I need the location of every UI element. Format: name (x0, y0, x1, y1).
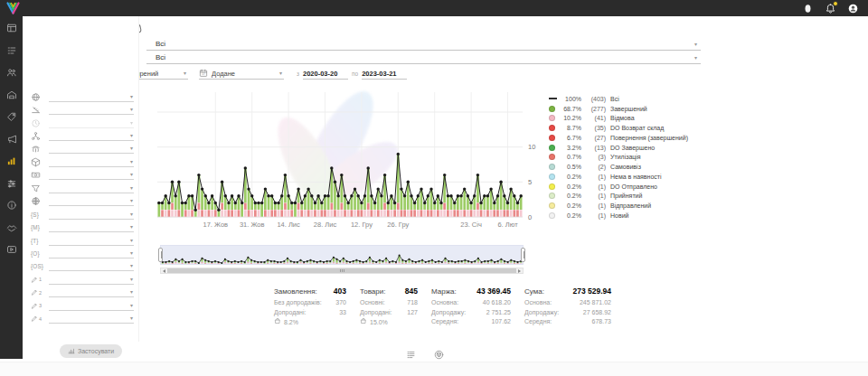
stat-column: Товари:845Основні:718Допродані:12715.0% (360, 287, 418, 328)
custom-o-icon: {O} (31, 249, 42, 258)
filter-row-custom-m: {M} (23, 221, 138, 233)
legend-item[interactable]: 0.7%(3)Утилізація (549, 153, 710, 163)
legend-count: (27) (581, 135, 606, 141)
view-toggle (406, 347, 444, 357)
filter-row-custom-field-4: 4 (23, 312, 138, 324)
notifications-icon[interactable] (825, 3, 836, 14)
funnel-select[interactable] (49, 183, 134, 193)
status-group-value: Всі (156, 40, 165, 48)
topbar-actions (802, 3, 868, 14)
date-from-input[interactable]: 2020-03-20 (303, 68, 348, 80)
status-group-select[interactable] (146, 39, 701, 51)
product-select[interactable] (49, 157, 134, 167)
brush-handle-left[interactable] (158, 248, 163, 262)
scroll-left-icon[interactable] (162, 268, 168, 273)
sidebar-item-dashboard[interactable] (6, 23, 17, 33)
custom-s-select[interactable] (49, 210, 134, 220)
chart-scrollbar[interactable] (160, 268, 524, 274)
legend-item[interactable]: 68.7%(277)Завершений (549, 104, 710, 114)
upsell-rate: 8.2% (274, 317, 346, 328)
chevron-down-icon (130, 132, 133, 139)
brush-handle-right[interactable] (521, 248, 525, 262)
legend-label: Повернення (завершений) (610, 135, 688, 141)
sidebar-item-warehouse[interactable] (6, 89, 17, 100)
legend-label: Всі (610, 96, 619, 102)
custom-field-1-select[interactable] (49, 275, 134, 285)
structure-select[interactable] (49, 131, 134, 141)
apply-button[interactable]: Застосувати (60, 344, 122, 358)
legend-item[interactable]: 0.2%(1)DO Отправлено (549, 182, 710, 192)
date-field-dropdown[interactable]: 17 Додане (199, 68, 284, 80)
legend-label: DO Возврат склад (610, 125, 664, 131)
date-to-input[interactable]: 2023-03-21 (362, 68, 407, 80)
orders-by-status-chart: 17. Жов31. Жов14. Лис28. Лис12. Гру26. Г… (157, 90, 548, 235)
sidebar-item-price-tags[interactable] (6, 111, 17, 122)
legend-item[interactable]: 6.7%(27)Повернення (завершений) (549, 133, 710, 143)
product-filter: Всі (101, 52, 701, 64)
chevron-down-icon (130, 171, 133, 178)
dot-swatch (549, 115, 555, 121)
legend-item[interactable]: 3.2%(13)DO Завершено (549, 143, 710, 153)
source-level-select[interactable] (49, 105, 134, 115)
stat-value: 403 (334, 287, 346, 296)
chart-mini-icon (68, 347, 75, 355)
app-logo-icon[interactable] (6, 2, 20, 14)
report-view-icon[interactable] (406, 347, 416, 357)
chevron-down-icon (130, 145, 133, 152)
sidebar-item-analytics[interactable] (6, 155, 17, 166)
svg-text:23. Січ: 23. Січ (460, 221, 482, 229)
stat-value: 273 529.94 (572, 287, 611, 296)
legend-count: (1) (581, 183, 606, 190)
scroll-right-icon[interactable] (515, 268, 522, 273)
legend-percent: 3.2% (559, 145, 581, 151)
filter-row-time (23, 117, 138, 129)
country-select[interactable] (49, 92, 134, 102)
dot-swatch (549, 125, 555, 131)
sidebar-item-clients[interactable] (6, 67, 17, 78)
chart-range-brush[interactable] (160, 245, 524, 265)
account-avatar-icon[interactable] (847, 3, 859, 14)
sidebar-item-marketing[interactable] (6, 134, 17, 145)
legend-item[interactable]: 100%(403)Всі (549, 94, 710, 104)
identity-select[interactable] (49, 144, 134, 154)
products-view-icon[interactable] (434, 347, 444, 357)
legend-item[interactable]: 0.2%(1)Новий (549, 211, 710, 221)
date-field-value: Додане (212, 70, 235, 78)
sidebar-item-orders[interactable] (6, 45, 17, 56)
custom-field-4-select[interactable] (49, 314, 134, 324)
product-select[interactable] (146, 52, 701, 64)
time-select[interactable] (49, 118, 134, 128)
calendar-icon: 17 (199, 69, 208, 78)
custom-o-select[interactable] (49, 249, 134, 258)
legend-item[interactable]: 0.5%(2)Самовивіз (549, 162, 710, 172)
stat-subrow: Допродані:33 (274, 308, 346, 318)
sidebar-item-video-tutorials[interactable] (6, 244, 17, 255)
custom-os-select[interactable] (49, 261, 134, 271)
filter-row-custom-o: {O} (23, 247, 138, 259)
legend-item[interactable]: 10.2%(41)Відмова (549, 114, 710, 124)
legend-item[interactable]: 0.2%(1)Прийнятий (549, 192, 710, 202)
upsell-rate: 15.0% (360, 317, 418, 328)
payment-select[interactable] (49, 170, 134, 180)
legend-percent: 6.7% (559, 135, 581, 141)
stat-subrow: Основні:718 (360, 298, 418, 308)
legend-item[interactable]: 0.2%(1)Відправлений (549, 201, 710, 211)
sidebar-item-support[interactable] (6, 222, 17, 233)
legend-item[interactable]: 8.7%(35)DO Возврат склад (549, 123, 710, 133)
site-select[interactable] (49, 196, 134, 206)
sidebar-item-settings[interactable] (6, 178, 17, 189)
line-swatch (549, 98, 557, 99)
presence-icon[interactable] (802, 3, 814, 14)
svg-text:10: 10 (528, 143, 535, 151)
custom-field-2-select[interactable] (49, 287, 134, 297)
custom-m-select[interactable] (49, 222, 134, 232)
clock-icon (31, 118, 42, 128)
legend-item[interactable]: 0.2%(1)Нема в наявності (549, 172, 710, 182)
custom-t-select[interactable] (49, 236, 134, 246)
filter-row-site (23, 195, 138, 208)
legend-count: (3) (581, 154, 606, 160)
stat-column: Маржа:43 369.45Основна:40 618.20Допродаж… (431, 287, 511, 328)
sidebar-item-info[interactable] (6, 200, 17, 211)
custom-field-3-select[interactable] (49, 301, 134, 311)
svg-text:12. Гру: 12. Гру (351, 221, 373, 229)
